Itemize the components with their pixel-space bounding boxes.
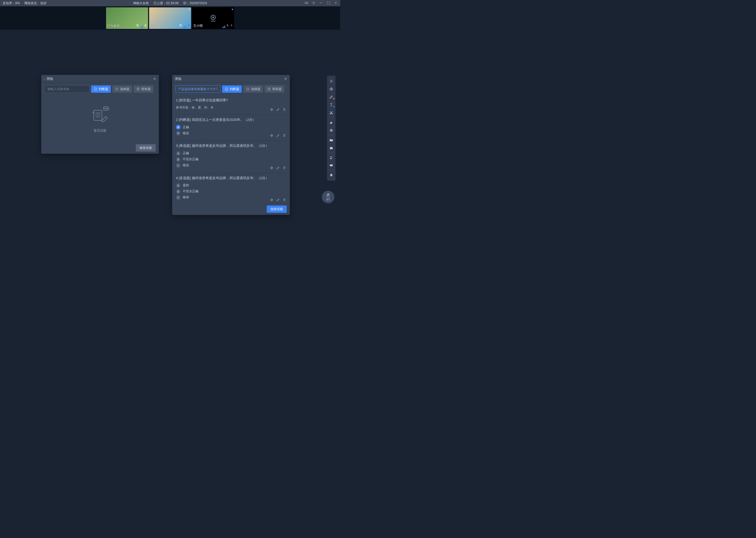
- tab-short-button[interactable]: 简答题: [264, 85, 284, 93]
- tile-close-icon[interactable]: ×: [188, 8, 190, 11]
- eraser-tool-icon[interactable]: [327, 119, 336, 126]
- tab-choice-button[interactable]: 选择题: [112, 85, 132, 93]
- record-icon[interactable]: [305, 1, 308, 6]
- reference-answer: 参考答案：春、夏、秋、冬: [176, 105, 286, 110]
- svg-point-27: [106, 108, 106, 108]
- option-label: 正确: [183, 151, 189, 155]
- option-label: 是的: [183, 183, 189, 188]
- edit-icon[interactable]: [276, 108, 280, 111]
- edit-icon[interactable]: [276, 166, 280, 170]
- camera-icon: [136, 24, 139, 28]
- option-row[interactable]: A 正确: [176, 151, 286, 156]
- option-row[interactable]: C 错译: [176, 195, 286, 200]
- save-quiz-button[interactable]: 保存试卷: [136, 144, 156, 152]
- svg-point-12: [212, 17, 214, 19]
- option-label: 不完全正确: [183, 157, 199, 162]
- delete-icon[interactable]: [282, 198, 286, 202]
- video-tile-student[interactable]: × 王小明: [192, 7, 234, 29]
- svg-point-37: [331, 130, 332, 131]
- quiz-title-input[interactable]: [175, 85, 220, 93]
- option-key: A: [176, 125, 181, 130]
- minimize-icon[interactable]: [319, 1, 323, 6]
- video-tile-student[interactable]: × Nina: [149, 7, 191, 29]
- tab-judge-button[interactable]: 判断题: [91, 85, 111, 93]
- option-key: A: [176, 183, 181, 188]
- option-key: C: [176, 195, 181, 200]
- option-label: 不完全正确: [183, 189, 199, 193]
- delete-icon[interactable]: [282, 108, 286, 111]
- toolbox-icon[interactable]: [327, 144, 336, 152]
- chat-icon[interactable]: [327, 162, 336, 169]
- tab-choice-button[interactable]: 选择题: [243, 85, 263, 93]
- question-actions: [270, 108, 286, 111]
- close-icon[interactable]: ✕: [153, 77, 156, 81]
- svg-point-44: [331, 165, 331, 166]
- back-icon[interactable]: ‹: [44, 77, 45, 81]
- svg-point-34: [331, 81, 332, 82]
- option-row[interactable]: A 是的: [176, 183, 286, 188]
- question-actions: [270, 134, 286, 137]
- move-icon[interactable]: [270, 108, 273, 111]
- fullscreen-icon[interactable]: [327, 1, 330, 6]
- question-title: 4 [多选题] 施华洛世奇是反华品牌，所以梁鼎琪反华。（2分）: [176, 176, 286, 181]
- pointer-tool-icon[interactable]: [327, 77, 336, 85]
- move-icon[interactable]: [270, 198, 273, 202]
- delete-icon[interactable]: [282, 166, 286, 170]
- svg-point-43: [330, 165, 331, 166]
- svg-point-41: [332, 157, 333, 158]
- tab-judge-button[interactable]: 判断题: [222, 85, 242, 93]
- settings-icon[interactable]: [312, 1, 315, 6]
- raise-hand-button[interactable]: 0/2: [322, 191, 334, 203]
- video-tile-teacher[interactable]: 叮当老师: [106, 7, 148, 29]
- cut-tool-icon[interactable]: [327, 109, 336, 117]
- spotlight-tool-icon[interactable]: [327, 126, 336, 134]
- svg-rect-29: [225, 88, 228, 90]
- option-row[interactable]: C 错误: [176, 163, 286, 168]
- mic-icon: [144, 24, 147, 28]
- option-row[interactable]: B 不完全正确: [176, 157, 286, 162]
- tab-short-button[interactable]: 简答题: [134, 85, 153, 93]
- save-quiz-button[interactable]: 保存试卷: [267, 205, 287, 213]
- option-row[interactable]: B 不完全正确: [176, 189, 286, 194]
- svg-point-28: [107, 108, 107, 108]
- option-row[interactable]: B 错误: [176, 131, 286, 135]
- folder-tool-icon[interactable]: [327, 136, 336, 144]
- users-icon[interactable]: [327, 154, 336, 162]
- delete-icon[interactable]: [282, 134, 286, 137]
- tile-close-icon[interactable]: ×: [231, 8, 233, 11]
- question-actions: [270, 166, 286, 170]
- svg-rect-7: [145, 25, 146, 26]
- option-row[interactable]: A 正确: [176, 125, 286, 130]
- panel-title: 测验: [175, 77, 182, 81]
- question-title: 1 [简答题] 一年四季分别是哪四季?: [176, 98, 286, 103]
- svg-point-9: [180, 25, 181, 26]
- class-id: ID：2020070324: [183, 1, 207, 6]
- question-actions: [270, 198, 286, 202]
- participant-name: 叮当老师: [107, 24, 120, 28]
- close-icon[interactable]: ✕: [284, 77, 287, 81]
- svg-point-40: [330, 156, 332, 157]
- signal-icon: [183, 26, 186, 28]
- option-key: B: [176, 157, 181, 162]
- svg-rect-10: [188, 25, 189, 26]
- svg-rect-15: [231, 25, 232, 26]
- option-key: B: [176, 189, 181, 194]
- bell-icon[interactable]: [327, 171, 336, 179]
- question-item: 4 [多选题] 施华洛世奇是反华品牌，所以梁鼎琪反华。（2分） A 是的 B 不…: [176, 173, 286, 203]
- move-icon[interactable]: [270, 134, 273, 137]
- edit-icon[interactable]: [276, 134, 280, 137]
- text-tool-icon[interactable]: [327, 101, 336, 109]
- camera-off-placeholder-icon: [209, 14, 217, 23]
- raise-hand-count: 0/2: [326, 198, 330, 201]
- question-list[interactable]: 1 [简答题] 一年四季分别是哪四季? 参考答案：春、夏、秋、冬 2 [判断题]…: [172, 95, 290, 203]
- question-item: 3 [单选题] 施华洛世奇是反华品牌，所以梁鼎琪反华。（2分） A 正确 B 不…: [176, 141, 286, 173]
- mic-icon: [187, 24, 190, 28]
- network-status-label: 网络状态：良好: [24, 1, 46, 6]
- option-key: A: [176, 151, 181, 156]
- move-icon[interactable]: [270, 166, 273, 170]
- edit-icon[interactable]: [276, 198, 280, 202]
- pen-tool-icon[interactable]: [327, 93, 336, 101]
- move-tool-icon[interactable]: [327, 85, 336, 93]
- quiz-title-input[interactable]: [44, 85, 89, 93]
- close-icon[interactable]: [334, 1, 338, 6]
